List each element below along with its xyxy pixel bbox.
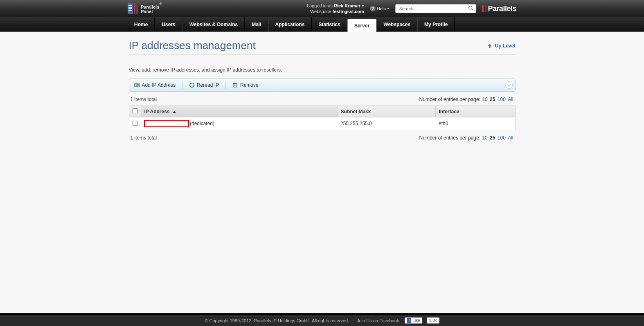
- search-wrap: [395, 4, 476, 13]
- logged-in-label: Logged in as: [307, 3, 333, 8]
- toolbar-expand-button[interactable]: [505, 81, 513, 89]
- cell-ip[interactable]: (dedicated): [141, 117, 337, 130]
- webspace-link[interactable]: testingssl.com: [333, 9, 364, 14]
- row-select[interactable]: [129, 117, 141, 130]
- remove-button[interactable]: Remove: [231, 81, 260, 89]
- help-label: Help: [377, 6, 386, 11]
- table-meta-top: 1 items total Number of entries per page…: [129, 92, 516, 106]
- perpage-option[interactable]: 10: [482, 97, 487, 102]
- col-ip[interactable]: IP Address: [141, 106, 337, 117]
- svg-rect-2: [128, 7, 132, 9]
- col-mask[interactable]: Subnet Mask: [337, 106, 435, 117]
- perpage-option[interactable]: All: [508, 97, 513, 102]
- brand-bars-icon: [482, 5, 484, 12]
- panel-logo[interactable]: Parallels® Panel: [128, 0, 162, 17]
- reread-ip-button[interactable]: Reread IP: [187, 81, 221, 89]
- login-block: Logged in as Rick Kramer Webspace testin…: [307, 3, 364, 14]
- join-facebook-label: Join Us on Facebook: [357, 318, 399, 323]
- perpage-top: Number of entries per page: 10 25 100 Al…: [419, 97, 514, 102]
- perpage-option[interactable]: 100: [498, 135, 506, 141]
- nav-tab-mail[interactable]: Mail: [245, 17, 268, 31]
- copyright: © Copyright 1999-2012. Parallels IP Hold…: [205, 318, 349, 323]
- sort-asc-icon: [173, 111, 176, 113]
- page-head: IP addresses management Up Level: [129, 39, 516, 55]
- top-header: Parallels® Panel Logged in as Rick Krame…: [0, 0, 644, 17]
- items-total: 1 items total: [131, 97, 157, 102]
- perpage-option[interactable]: 100: [498, 97, 506, 102]
- nav-tab-statistics[interactable]: Statistics: [312, 17, 347, 31]
- cell-iface: eth0: [435, 117, 515, 130]
- facebook-icon: f: [407, 318, 411, 323]
- svg-rect-8: [135, 83, 140, 87]
- items-total: 1 items total: [131, 135, 157, 141]
- user-menu[interactable]: Rick Kramer: [334, 3, 364, 8]
- nav-tab-users[interactable]: Users: [155, 17, 182, 31]
- table-meta-bottom: 1 items total Number of entries per page…: [129, 130, 516, 144]
- nav-tab-server[interactable]: Server: [347, 19, 376, 32]
- facebook-like-count: 1.3k: [427, 317, 439, 324]
- brand-logo[interactable]: Parallels: [482, 4, 516, 13]
- ip-redacted: [144, 120, 189, 127]
- logo-text-2: Panel: [141, 9, 153, 14]
- svg-point-6: [469, 6, 472, 9]
- svg-rect-15: [233, 83, 237, 84]
- webspace-label: Webspace: [310, 9, 331, 14]
- svg-rect-5: [136, 3, 138, 14]
- svg-rect-4: [134, 3, 135, 14]
- parallels-panel-icon: [128, 3, 138, 14]
- add-ip-icon: [134, 82, 140, 88]
- search-input[interactable]: [395, 4, 476, 13]
- search-icon[interactable]: [468, 5, 474, 11]
- nav-tab-my-profile[interactable]: My Profile: [417, 17, 455, 31]
- toolbar-separator: [225, 81, 226, 89]
- page-title: IP addresses management: [129, 39, 256, 52]
- caret-down-icon: [362, 5, 364, 7]
- caret-down-icon: [387, 8, 390, 9]
- perpage-bottom: Number of entries per page: 10 25 100 Al…: [419, 135, 514, 141]
- ip-table: IP Address Subnet Mask Interface (dedica…: [129, 106, 516, 130]
- help-icon: ?: [370, 6, 376, 11]
- trash-icon: [232, 82, 238, 88]
- chevron-down-icon: [507, 83, 511, 87]
- reread-icon: [189, 82, 195, 88]
- perpage-option[interactable]: 25: [490, 97, 495, 102]
- svg-rect-3: [128, 10, 132, 11]
- perpage-option[interactable]: All: [508, 135, 513, 141]
- facebook-like-button[interactable]: f Like: [405, 317, 422, 324]
- checkbox-icon: [133, 121, 137, 126]
- page-description: View, add, remove IP addresses, and assi…: [129, 67, 516, 73]
- select-all-header[interactable]: [129, 106, 141, 117]
- svg-line-7: [472, 9, 473, 11]
- up-level-icon: [487, 43, 493, 49]
- nav-tab-websites-domains[interactable]: Websites & Domains: [182, 17, 245, 31]
- nav-tab-home[interactable]: Home: [128, 17, 155, 31]
- nav-tab-webspaces[interactable]: Webspaces: [376, 17, 417, 31]
- brand-text: Parallels: [488, 4, 516, 13]
- logo-reg: ®: [159, 2, 162, 6]
- nav-tab-applications[interactable]: Applications: [268, 17, 312, 31]
- checkbox-icon: [133, 108, 137, 113]
- brand-bars-icon: [485, 5, 486, 12]
- col-iface[interactable]: Interface: [435, 106, 515, 117]
- footer: © Copyright 1999-2012. Parallels IP Hold…: [0, 313, 644, 326]
- cell-mask: 255.255.255.0: [337, 117, 435, 130]
- up-level-link[interactable]: Up Level: [487, 43, 515, 49]
- page-body: IP addresses management Up Level View, a…: [129, 32, 516, 313]
- svg-rect-1: [128, 5, 132, 6]
- perpage-option[interactable]: 25: [490, 135, 495, 141]
- perpage-option[interactable]: 10: [482, 135, 487, 141]
- toolbar-separator: [182, 81, 182, 89]
- toolbar: Add IP Address Reread IP Remove: [129, 79, 516, 92]
- table-row: (dedicated)255.255.255.0eth0: [129, 117, 515, 130]
- add-ip-button[interactable]: Add IP Address: [133, 81, 178, 89]
- help-menu[interactable]: ? Help: [370, 6, 390, 11]
- main-nav: HomeUsersWebsites & DomainsMailApplicati…: [0, 17, 644, 32]
